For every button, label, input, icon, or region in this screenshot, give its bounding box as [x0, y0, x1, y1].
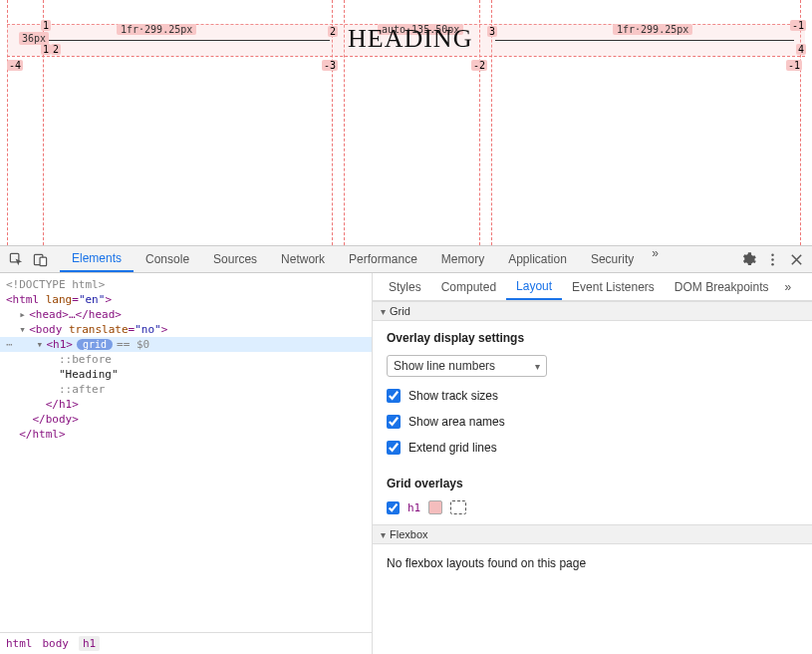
grid-line-num: 1	[41, 20, 51, 31]
main-tab-strip: Elements Console Sources Network Perform…	[60, 246, 665, 272]
svg-point-4	[771, 258, 773, 260]
grid-section-header[interactable]: ▾Grid	[373, 301, 812, 321]
tab-application[interactable]: Application	[496, 246, 579, 272]
device-toggle-icon[interactable]	[30, 249, 50, 269]
grid-line-num: 4	[796, 44, 806, 55]
svg-point-5	[771, 262, 773, 264]
chevron-down-icon: ▾	[535, 361, 540, 372]
grid-line-num: -2	[471, 60, 487, 71]
flexbox-empty-message: No flexbox layouts found on this page	[373, 544, 812, 582]
tab-memory[interactable]: Memory	[429, 246, 496, 272]
tab-console[interactable]: Console	[134, 246, 201, 272]
track-label: 1fr·299.25px	[613, 24, 692, 35]
grid-line-num: -3	[322, 60, 338, 71]
check-extend-lines-input[interactable]	[387, 441, 401, 455]
sidebar-tab-strip: Styles Computed Layout Event Listeners D…	[373, 273, 812, 301]
tab-performance[interactable]: Performance	[337, 246, 429, 272]
tab-layout[interactable]: Layout	[506, 273, 562, 300]
svg-rect-2	[40, 257, 47, 265]
close-icon[interactable]	[786, 249, 806, 269]
sidebar-tabs-overflow-icon[interactable]: »	[779, 280, 798, 294]
grid-overlay-h1-checkbox[interactable]	[387, 501, 400, 514]
dom-tree[interactable]: <!DOCTYPE html> <html lang="en"> ▸<head>…	[0, 273, 372, 632]
grid-line-num: -4	[7, 60, 23, 71]
track-label: 1fr·299.25px	[117, 24, 196, 35]
tab-styles[interactable]: Styles	[379, 273, 431, 300]
grid-line-num: 1	[41, 44, 51, 55]
svg-point-3	[771, 253, 773, 255]
breadcrumb[interactable]: html body h1	[0, 632, 372, 654]
tab-dom-breakpoints[interactable]: DOM Breakpoints	[665, 273, 779, 300]
tab-elements[interactable]: Elements	[60, 246, 134, 272]
dom-selected-h1[interactable]: ⋯ ▾<h1>grid== $0	[0, 337, 372, 352]
grid-line-num: 2	[328, 26, 338, 37]
breadcrumb-h1[interactable]: h1	[79, 636, 100, 651]
gear-icon[interactable]	[738, 249, 758, 269]
grid-overlay-style-toggle[interactable]	[450, 500, 466, 514]
overlay-display-settings-title: Overlay display settings	[387, 331, 798, 345]
grid-line-num: 3	[487, 26, 497, 37]
page-preview: 36px 1 2 3 -1 4 1 2 -4 -3 -2 -1 1fr·299.…	[0, 0, 812, 245]
grid-overlay-tagname: h1	[407, 501, 420, 514]
check-track-sizes-input[interactable]	[387, 389, 401, 403]
line-numbers-select[interactable]: Show line numbers▾	[387, 355, 547, 377]
heading-text: HEADING	[348, 24, 472, 54]
devtools-toolbar: Elements Console Sources Network Perform…	[0, 245, 812, 273]
tab-computed[interactable]: Computed	[431, 273, 506, 300]
check-area-names[interactable]: Show area names	[387, 415, 798, 429]
inspect-icon[interactable]	[6, 249, 26, 269]
check-extend-lines[interactable]: Extend grid lines	[387, 441, 798, 455]
sidebar-panel: Styles Computed Layout Event Listeners D…	[373, 273, 812, 654]
grid-section: Overlay display settings Show line numbe…	[373, 321, 812, 524]
grid-line-num: -1	[790, 20, 806, 31]
grid-line-num: 2	[51, 44, 61, 55]
grid-overlay-item: h1	[387, 500, 798, 514]
elements-panel: <!DOCTYPE html> <html lang="en"> ▸<head>…	[0, 273, 373, 654]
flexbox-section-header[interactable]: ▾Flexbox	[373, 524, 812, 544]
tab-network[interactable]: Network	[269, 246, 337, 272]
preview-inner: 36px 1 2 3 -1 4 1 2 -4 -3 -2 -1 1fr·299.…	[7, 0, 805, 245]
grid-line-num: -1	[786, 60, 802, 71]
tab-sources[interactable]: Sources	[201, 246, 269, 272]
grid-overlay-color-swatch[interactable]	[428, 500, 442, 514]
kebab-icon[interactable]	[762, 249, 782, 269]
breadcrumb-html[interactable]: html	[6, 637, 33, 650]
check-area-names-input[interactable]	[387, 415, 401, 429]
check-track-sizes[interactable]: Show track sizes	[387, 389, 798, 403]
breadcrumb-body[interactable]: body	[43, 637, 70, 650]
tab-event-listeners[interactable]: Event Listeners	[562, 273, 665, 300]
grid-overlays-title: Grid overlays	[387, 477, 798, 490]
tab-security[interactable]: Security	[579, 246, 646, 272]
tabs-overflow-icon[interactable]: »	[646, 246, 665, 272]
